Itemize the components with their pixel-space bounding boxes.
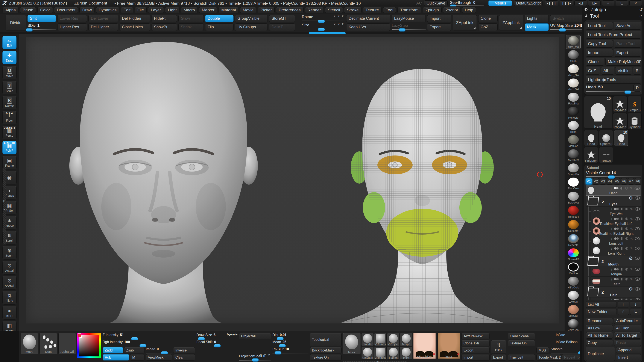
tool-head-slider[interactable]: Head.50 R (586, 85, 641, 93)
menu-dynamics[interactable]: Dynamics (96, 7, 119, 13)
shelf-goz-button[interactable]: GoZ (478, 23, 498, 31)
polypaint-icon[interactable] (614, 299, 616, 300)
shelf-del-higher-button[interactable]: Del Higher (88, 23, 118, 31)
bottom-slider-imbed[interactable]: Imbed0 (146, 347, 172, 354)
contrast-icon[interactable] (625, 268, 628, 271)
bottom-projectall-button[interactable]: ProjectAll (239, 333, 271, 339)
material-flat-colo[interactable]: Flat Colo (566, 177, 581, 190)
brush-edit-icon[interactable]: ✎ (630, 217, 633, 220)
layer-half-icon[interactable] (620, 217, 624, 220)
subtool-new-folder-button[interactable]: New Folder (586, 309, 617, 315)
shelf-zapplink-button[interactable]: ZAppLink (499, 15, 523, 30)
material-reflecty[interactable]: ReflectY (566, 219, 581, 233)
material-bumpvie[interactable]: BumpVie (566, 163, 581, 176)
bottom-m-button[interactable]: M (130, 354, 144, 361)
tool-thumb-brows[interactable]: Brows (599, 147, 613, 163)
tool-copy-tool-button[interactable]: Copy Tool (586, 40, 613, 48)
shelf-del-hidden-button[interactable]: Del Hidden (120, 15, 150, 22)
bottom-slider-z-intensity[interactable]: Z Intensity51 (102, 333, 144, 340)
brush-edit-icon[interactable]: ✎ (630, 207, 633, 211)
shelf-groupvisible-button[interactable]: GroupVisible (235, 15, 268, 22)
material-zbro-ski[interactable]: zbro_Ski (566, 78, 581, 91)
tool-aahalf-button[interactable]: ⊘AAHalf (2, 276, 16, 290)
menu-file[interactable]: File (134, 7, 147, 13)
shelf-mask-button[interactable]: Mask (525, 23, 549, 31)
visibility-eye-icon[interactable] (635, 247, 640, 250)
shelf-decimate-current-button[interactable]: Decimate Current (346, 15, 390, 22)
menu-draw[interactable]: Draw (80, 7, 94, 13)
brush-thumb-standar[interactable]: Standar (361, 333, 374, 346)
shelf-slider-size[interactable]: SizeX Y Z (302, 23, 345, 30)
subtool-item-brows[interactable]: ↓✎Brows (591, 298, 641, 300)
brush-edit-icon[interactable]: ✎ (630, 237, 633, 240)
subtool-folder-eyes[interactable]: 5⚙Eyes (586, 196, 641, 207)
layer-half-icon[interactable] (620, 237, 624, 240)
transpose-icon[interactable]: ↓ (611, 207, 612, 211)
contrast-icon[interactable] (625, 247, 628, 250)
brush-edit-icon[interactable]: ✎ (630, 227, 633, 230)
subtool-thumbnail[interactable] (592, 298, 601, 300)
bottom-zadd-button[interactable]: Zadd (102, 347, 123, 354)
menu-layer[interactable]: Layer (148, 7, 164, 13)
material-matcap[interactable]: MatCap (566, 304, 581, 318)
subtool-all-to-target-button[interactable]: All To Target (614, 332, 641, 339)
bottom-toggle-mask-depth-button[interactable]: Toggle Mask Depth (536, 354, 561, 361)
transpose-icon[interactable]: ↓ (611, 278, 612, 281)
brush-thumb-flatten[interactable]: Flatten (387, 347, 400, 360)
subtool-insert-button[interactable]: Insert (616, 354, 641, 361)
brush-edit-icon[interactable]: ✎ (630, 187, 632, 190)
menu-transform[interactable]: Transform (397, 7, 422, 13)
subtool-item-lens-right[interactable]: ↓✎Lens Right (591, 246, 641, 256)
bottom-thumb-move[interactable]: Move (20, 333, 38, 354)
shelf-import-button[interactable]: Import (427, 15, 451, 22)
shelf-zapplink-button[interactable]: ZAppLink (453, 15, 477, 30)
tool-thumb-cylinder[interactable]: Cylinder (628, 113, 642, 129)
brush-edit-icon[interactable]: ✎ (630, 298, 633, 300)
document-canvas[interactable] (19, 34, 564, 331)
brush-thumb-zproject[interactable]: ZProject (387, 333, 400, 346)
bottom-mbs-button[interactable]: MBS (536, 347, 549, 354)
menu-tool[interactable]: Tool (383, 7, 396, 13)
tool-polyf-button[interactable]: Line Fill▦PolyF (2, 141, 16, 154)
menu-zplugin[interactable]: Zplugin (423, 7, 442, 13)
tool-invers-button[interactable]: ◧Invers (2, 321, 16, 331)
menu-brush[interactable]: Brush (20, 7, 36, 13)
layer-half-icon[interactable] (620, 299, 624, 300)
tool-header[interactable]: Tool ↺ (584, 13, 643, 19)
subtool-item-realtime-eyeball-left[interactable]: ↓✎Realtime Eyeball Left (591, 216, 641, 226)
bottom-tray-left-button[interactable]: Tray Left (508, 354, 535, 361)
next-document-button[interactable]: ❏▸ (588, 0, 601, 6)
shelf-slider-lazystep[interactable]: LazyStep (392, 23, 426, 30)
tool-load-tools-from-project-button[interactable]: Load Tools From Project (586, 31, 641, 39)
tool-move-button[interactable]: MMove (2, 66, 16, 79)
subtool-append-button[interactable]: Append (616, 347, 641, 354)
subtool-item-tongue[interactable]: ↓✎Tongue (591, 267, 641, 277)
menu-macro[interactable]: Macro (181, 7, 198, 13)
visibility-eye-icon[interactable] (635, 278, 640, 281)
subtool-tab-v3[interactable]: V3 (600, 178, 606, 185)
shelf-slider-uv-map-size[interactable]: UV Map Size2048 (550, 23, 582, 30)
subtool-item-teeth[interactable]: ↓✎Teeth (591, 277, 641, 287)
material-metalicc[interactable]: MetalicC (566, 148, 581, 162)
shelf-smt-button[interactable]: Smt (28, 15, 56, 22)
tool-all-button[interactable]: All (601, 67, 614, 75)
contrast-icon[interactable] (625, 227, 628, 230)
bottom-slider-rgb-intensity[interactable]: Rgb Intensity100 (102, 340, 144, 347)
tool-draw-button[interactable]: ✚Draw (2, 51, 16, 64)
menu-render[interactable]: Render (305, 7, 324, 13)
visibility-eye-icon[interactable] (635, 287, 640, 291)
visibility-eye-icon[interactable] (635, 257, 640, 260)
bottom-import-button[interactable]: Import (461, 354, 490, 361)
visibility-eye-icon[interactable] (635, 196, 640, 200)
menu-texture[interactable]: Texture (363, 7, 382, 13)
tool-import-button[interactable]: Import (586, 49, 613, 57)
tool-edit-button[interactable]: ▱Edit (2, 35, 16, 49)
menus-toggle-button[interactable]: Menus (488, 0, 512, 6)
tool-thumb-simpleb[interactable]: SSimpleB (628, 96, 642, 112)
transpose-icon[interactable]: ↓ (611, 227, 612, 230)
bottom-inverse-button[interactable]: Inverse (173, 347, 195, 354)
subtool-duplicate-button[interactable]: Duplicate (586, 347, 615, 361)
sculpted-head[interactable] (69, 42, 258, 323)
brush-thumb-zremes[interactable]: ZRemes (374, 333, 386, 346)
previous-document-button[interactable]: ◂❏ (574, 0, 587, 6)
